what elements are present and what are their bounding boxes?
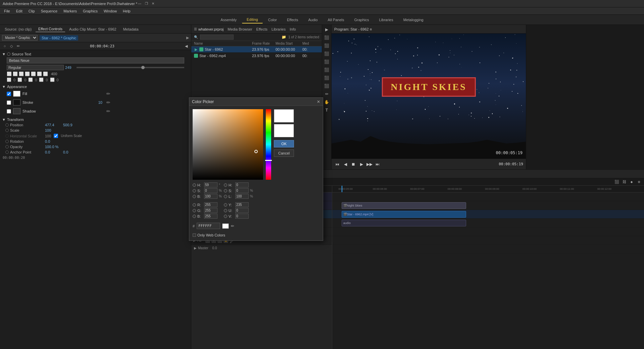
- font-name-field[interactable]: Bebas Neue: [7, 57, 184, 63]
- shadow-swatch[interactable]: [13, 108, 20, 114]
- font-size-value[interactable]: 249: [65, 66, 75, 70]
- scale-radio[interactable]: [5, 129, 9, 132]
- stroke-checkbox[interactable]: [7, 100, 11, 105]
- cp-b2-input[interactable]: [204, 214, 217, 219]
- close-button[interactable]: ✕: [151, 1, 155, 6]
- font-size-slider[interactable]: [77, 67, 184, 68]
- cp-r-input[interactable]: [204, 202, 217, 207]
- align-justify[interactable]: ⬜: [25, 72, 30, 76]
- cp-l-radio[interactable]: [224, 195, 227, 198]
- ws-tab-editing[interactable]: Editing: [242, 16, 263, 24]
- cp-g-radio[interactable]: [193, 209, 196, 212]
- night-skies-clip[interactable]: 🎬 Night Skies: [342, 202, 466, 209]
- pm-step-fwd-btn[interactable]: ▶▶: [366, 161, 373, 167]
- tab-metadata[interactable]: Metadata: [120, 27, 141, 32]
- tool-hand[interactable]: ✋: [324, 99, 330, 105]
- ws-tab-graphics[interactable]: Graphics: [349, 16, 374, 23]
- cp-s-input[interactable]: [204, 188, 217, 193]
- fill-swatch[interactable]: [13, 91, 20, 97]
- pm-rewind-btn[interactable]: ⏮: [334, 161, 340, 167]
- cp-v-input[interactable]: [235, 214, 249, 219]
- tab-audio-mixer[interactable]: Audio Clip Mixer: Star - 6962: [66, 27, 119, 32]
- font-style-field[interactable]: Regular: [7, 65, 64, 70]
- source-text-header[interactable]: ▼ Source Text: [0, 51, 191, 57]
- tool-pen[interactable]: ✏: [324, 91, 330, 97]
- cp-cancel-button[interactable]: Cancel: [274, 149, 294, 157]
- libraries-tab[interactable]: Libraries: [271, 27, 286, 31]
- effects-tab[interactable]: Effects: [256, 27, 267, 31]
- menu-sequence[interactable]: Sequence: [38, 8, 60, 14]
- tl-btn-settings[interactable]: ⚙: [636, 179, 642, 185]
- cp-gradient-picker[interactable]: [193, 109, 263, 180]
- cp-g-input[interactable]: [204, 208, 217, 213]
- tool-rate[interactable]: ⬛: [324, 58, 330, 65]
- ws-tab-effects[interactable]: Effects: [282, 16, 303, 23]
- tool-type[interactable]: T: [324, 107, 330, 114]
- cp-v-radio[interactable]: [224, 215, 227, 218]
- shadow-checkbox[interactable]: [7, 109, 11, 114]
- cp-ok-button[interactable]: OK: [274, 140, 294, 147]
- stroke-pencil-icon[interactable]: ✏: [106, 99, 184, 106]
- shadow-pencil-icon[interactable]: ✏: [106, 108, 184, 115]
- ws-tab-color[interactable]: Color: [263, 16, 282, 23]
- minimize-button[interactable]: —: [137, 1, 142, 6]
- position-x[interactable]: 477.4: [45, 123, 62, 127]
- rotation-radio[interactable]: [5, 140, 9, 143]
- cp-b-radio[interactable]: [193, 195, 196, 198]
- pm-step-back-btn[interactable]: ◀: [342, 161, 348, 167]
- cp-u-input[interactable]: [235, 208, 249, 213]
- menu-markers[interactable]: Markers: [61, 8, 80, 14]
- uniform-scale-checkbox[interactable]: [54, 134, 58, 138]
- opacity-value[interactable]: 100.0 %: [45, 145, 58, 149]
- proj-item-sequence[interactable]: ▶ Star - 6962 23.976 fps 00:00:00:00 00:: [191, 46, 322, 53]
- tl-btn-marker[interactable]: ◆: [629, 179, 635, 185]
- collapse-btn[interactable]: ◀: [184, 43, 189, 49]
- info-tab[interactable]: Info: [290, 27, 296, 31]
- master-selector[interactable]: Master * Graphic: [2, 35, 38, 41]
- menu-edit[interactable]: Edit: [13, 8, 25, 14]
- cp-s2-radio[interactable]: [224, 189, 227, 192]
- cp-b-input[interactable]: [204, 194, 217, 199]
- cp-u-radio[interactable]: [224, 209, 227, 212]
- cp-h2-radio[interactable]: [224, 183, 227, 187]
- cp-y-radio[interactable]: [224, 203, 227, 207]
- tl-btn-link[interactable]: ⛓: [621, 179, 627, 185]
- proj-item-video[interactable]: Star - 6962.mp4 23.976 fps 00:00:00:00 0…: [191, 53, 322, 59]
- stroke-swatch[interactable]: [13, 99, 20, 105]
- edit-btn[interactable]: ✏: [15, 43, 21, 49]
- tool-track-select[interactable]: ⬛: [324, 34, 330, 41]
- align-top[interactable]: ⬜: [31, 72, 36, 76]
- cp-r-radio[interactable]: [193, 203, 196, 207]
- tab-effect-controls[interactable]: Effect Controls: [36, 26, 65, 32]
- fill-checkbox[interactable]: [7, 92, 11, 96]
- menu-clip[interactable]: Clip: [26, 8, 38, 14]
- tool-select[interactable]: ▶: [324, 26, 330, 33]
- cp-close-btn[interactable]: ✕: [317, 99, 320, 104]
- ws-tab-assembly[interactable]: Assembly: [216, 16, 241, 23]
- align-left[interactable]: ⬜: [7, 72, 12, 76]
- new-bin-icon[interactable]: 📁: [282, 35, 286, 39]
- cp-h-radio[interactable]: [193, 183, 196, 187]
- project-search-input[interactable]: [200, 35, 234, 40]
- opacity-radio[interactable]: [5, 145, 9, 148]
- cp-web-colors-checkbox[interactable]: [193, 233, 196, 237]
- ws-tab-allpanels[interactable]: All Panels: [323, 16, 349, 23]
- pm-fastfwd-btn[interactable]: ⏭: [375, 161, 381, 167]
- pm-stop-btn[interactable]: ⏹: [350, 161, 356, 167]
- ws-tab-audio[interactable]: Audio: [303, 16, 322, 23]
- cp-hex-input[interactable]: [197, 223, 220, 229]
- menu-file[interactable]: File: [1, 8, 13, 14]
- cp-l-input[interactable]: [235, 194, 249, 199]
- star-clip[interactable]: 🎬 Star - 6962.mp4 [V]: [342, 211, 466, 218]
- eyedropper-icon[interactable]: ✏: [231, 224, 234, 228]
- menu-help[interactable]: Help: [120, 8, 133, 14]
- reset-btn[interactable]: ○: [2, 43, 7, 49]
- align-mid[interactable]: ⬜: [37, 72, 42, 76]
- cp-h-input[interactable]: [204, 182, 217, 187]
- tool-razor[interactable]: ⬛: [324, 67, 330, 73]
- tool-slip[interactable]: ⬛: [324, 75, 330, 81]
- ws-tab-metalogging[interactable]: Metalogging: [399, 16, 428, 23]
- menu-graphics[interactable]: Graphics: [80, 8, 100, 14]
- fill-pencil-icon[interactable]: ✏: [106, 90, 184, 97]
- anchor-x[interactable]: 0.0: [45, 150, 62, 154]
